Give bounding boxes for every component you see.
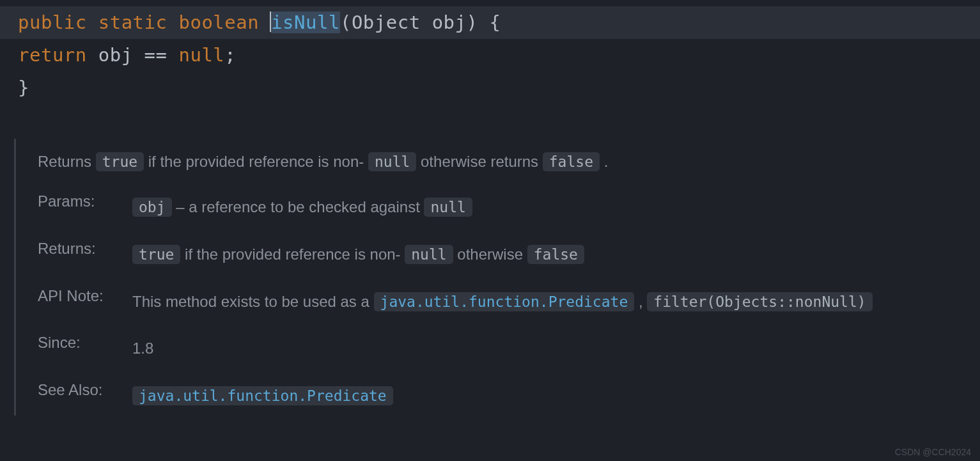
code-line-2[interactable]: return obj == null; <box>0 39 980 72</box>
summary-text: . <box>600 153 608 170</box>
returns-text: otherwise <box>453 246 527 263</box>
function-name: isNull <box>271 12 340 33</box>
doc-since-label: Since: <box>38 334 132 352</box>
doc-summary: Returns true if the provided reference i… <box>38 150 980 173</box>
doc-apinote-label: API Note: <box>38 287 132 305</box>
returns-text: if the provided reference is non- <box>180 246 405 263</box>
apinote-sep: , <box>634 293 647 310</box>
summary-text: Returns <box>38 153 96 170</box>
keyword-static: static <box>98 12 167 33</box>
code-chip-null: null <box>368 152 416 171</box>
code-chip-true: true <box>132 245 180 264</box>
keyword-boolean: boolean <box>178 12 259 33</box>
code-editor[interactable]: public static boolean isNull(Object obj)… <box>0 0 980 104</box>
param-type: Object <box>352 12 421 33</box>
code-chip-null: null <box>424 198 472 217</box>
paren-open: ( <box>340 12 352 33</box>
semicolon: ; <box>224 44 236 66</box>
doc-params-content: obj – a reference to be checked against … <box>132 192 980 222</box>
watermark: CSDN @CCH2024 <box>895 447 971 457</box>
doc-returns-label: Returns: <box>38 240 132 258</box>
code-chip-seealso-link[interactable]: java.util.function.Predicate <box>132 386 393 405</box>
summary-text: otherwise returns <box>416 153 542 170</box>
code-chip-true: true <box>96 152 144 171</box>
doc-params-row: Params: obj – a reference to be checked … <box>38 192 980 222</box>
doc-since-row: Since: 1.8 <box>38 334 980 363</box>
doc-apinote-row: API Note: This method exists to be used … <box>38 287 980 316</box>
code-chip-filter: filter(Objects::nonNull) <box>647 292 872 311</box>
code-chip-predicate-link[interactable]: java.util.function.Predicate <box>374 292 635 311</box>
params-desc: – a reference to be checked against <box>172 198 424 215</box>
doc-returns-content: true if the provided reference is non- n… <box>132 240 980 269</box>
operator-eq: == <box>144 44 167 66</box>
keyword-public: public <box>18 12 87 33</box>
doc-since-value: 1.8 <box>132 334 980 363</box>
code-line-1[interactable]: public static boolean isNull(Object obj)… <box>0 6 980 39</box>
code-line-3[interactable]: } <box>0 72 980 104</box>
doc-params-label: Params: <box>38 192 132 210</box>
apinote-text: This method exists to be used as a <box>132 293 374 310</box>
code-chip-false: false <box>543 152 600 171</box>
doc-apinote-content: This method exists to be used as a java.… <box>132 287 980 316</box>
code-chip-null: null <box>405 245 453 264</box>
code-chip-false: false <box>527 245 584 264</box>
code-chip-obj: obj <box>132 198 172 217</box>
brace-close: } <box>18 77 29 98</box>
keyword-return: return <box>18 44 87 66</box>
variable-obj: obj <box>98 44 133 66</box>
keyword-null: null <box>178 44 224 66</box>
doc-returns-row: Returns: true if the provided reference … <box>38 240 980 269</box>
javadoc-panel: Returns true if the provided reference i… <box>14 139 980 415</box>
doc-seealso-content: java.util.function.Predicate <box>132 381 980 410</box>
doc-seealso-label: See Also: <box>38 381 132 399</box>
param-name: obj <box>432 12 467 33</box>
summary-text: if the provided reference is non- <box>144 153 368 170</box>
brace-open: { <box>489 12 501 33</box>
doc-seealso-row: See Also: java.util.function.Predicate <box>38 381 980 410</box>
paren-close: ) <box>467 12 478 33</box>
